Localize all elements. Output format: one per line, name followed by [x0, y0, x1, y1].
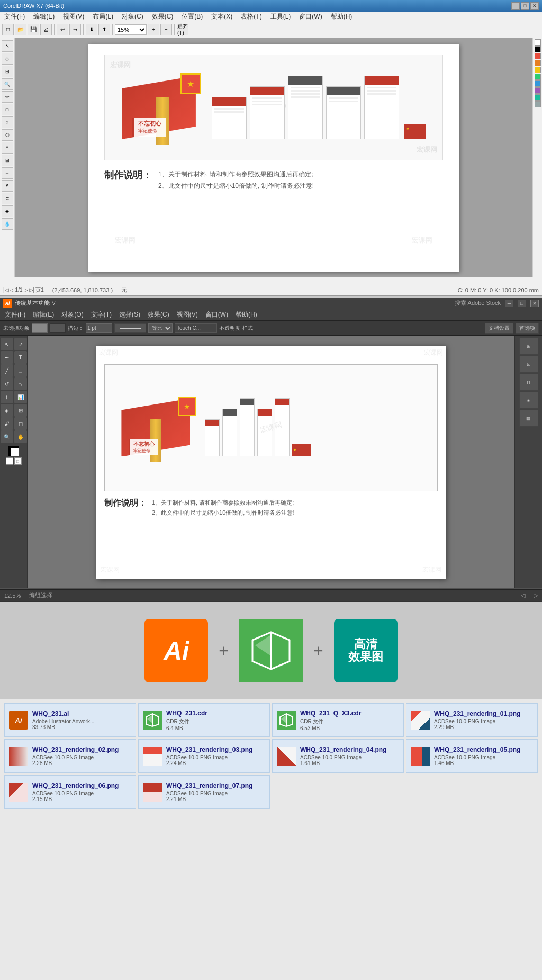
- color-red[interactable]: [535, 53, 541, 59]
- preferences-btn[interactable]: 首选项: [516, 323, 539, 334]
- undo-button[interactable]: ↩: [57, 24, 68, 35]
- menu-tools[interactable]: 工具(L): [268, 12, 293, 21]
- ai-paint-tool[interactable]: 🖌: [1, 417, 13, 430]
- next-page-btn[interactable]: ▷: [24, 287, 28, 293]
- doc-settings-btn[interactable]: 文档设置: [485, 323, 513, 334]
- ai-hand-tool[interactable]: ✋: [14, 430, 27, 443]
- ai-menu-edit[interactable]: 编辑(E): [31, 310, 56, 319]
- menu-edit[interactable]: 编辑(E): [31, 12, 57, 21]
- color-white[interactable]: [535, 39, 541, 46]
- file-item[interactable]: WHQ_231_rendering_02.png ACDSee 10.0 PNG…: [4, 739, 136, 773]
- shape-tool[interactable]: ◇: [2, 53, 13, 65]
- ai-scroll-right[interactable]: ▷: [534, 592, 538, 599]
- open-button[interactable]: 📂: [15, 24, 26, 35]
- menu-text[interactable]: 文本(X): [209, 12, 234, 21]
- cdr-large-icon[interactable]: [239, 619, 303, 682]
- snap-button[interactable]: 贴齐(T): [177, 24, 188, 35]
- zoom-tool[interactable]: 🔍: [2, 78, 13, 90]
- menu-window[interactable]: 窗口(W): [297, 12, 324, 21]
- first-page-btn[interactable]: |◁: [3, 287, 9, 293]
- menu-table[interactable]: 表格(T): [239, 12, 264, 21]
- zoom-in-button[interactable]: +: [148, 24, 159, 35]
- zoom-select[interactable]: 15%: [115, 24, 147, 35]
- menu-layout[interactable]: 布局(L): [91, 12, 115, 21]
- maximize-button[interactable]: □: [521, 2, 529, 10]
- touch-selector[interactable]: Touch C...: [175, 323, 217, 333]
- ai-panel-color[interactable]: ◈: [519, 392, 538, 409]
- ai-color-mode[interactable]: □: [14, 457, 22, 465]
- ai-rotate-tool[interactable]: ↺: [1, 377, 13, 390]
- freehand-tool[interactable]: ✏: [2, 91, 13, 103]
- ai-panel-swatches[interactable]: ▦: [519, 410, 538, 427]
- ai-pen-tool[interactable]: ✒: [1, 351, 13, 364]
- ai-warp-tool[interactable]: ⌇: [1, 391, 13, 403]
- redo-button[interactable]: ↪: [69, 24, 81, 35]
- connector-tool[interactable]: ⊻: [2, 180, 13, 192]
- ai-menu-object[interactable]: 对象(O): [60, 310, 85, 319]
- ai-panel-align[interactable]: ⊡: [519, 356, 538, 373]
- color-black[interactable]: [535, 46, 541, 52]
- eye-dropper-tool[interactable]: 💧: [2, 218, 13, 230]
- ai-rect-tool[interactable]: □: [14, 364, 27, 377]
- file-item[interactable]: Ai WHQ_231.ai Adobe Illustrator Artwork.…: [4, 703, 136, 737]
- ai-mesh-tool[interactable]: ⊞: [14, 404, 27, 417]
- crop-tool[interactable]: ⊞: [2, 66, 13, 77]
- hd-large-icon[interactable]: 高清 效果图: [334, 619, 398, 682]
- select-tool[interactable]: ↖: [2, 40, 13, 52]
- ai-select-tool[interactable]: ↖: [1, 338, 13, 350]
- ai-minimize-btn[interactable]: ─: [505, 300, 513, 307]
- zoom-out-button[interactable]: −: [160, 24, 172, 35]
- ai-menu-effects[interactable]: 效果(C): [146, 310, 171, 319]
- ai-zoom-tool[interactable]: 🔍: [1, 430, 13, 443]
- table-tool[interactable]: ⊞: [2, 155, 13, 166]
- fill-box[interactable]: [32, 323, 48, 333]
- menu-position[interactable]: 位置(B): [179, 12, 205, 21]
- ai-line-tool[interactable]: ╱: [1, 364, 13, 377]
- new-button[interactable]: □: [2, 24, 14, 35]
- minimize-button[interactable]: ─: [511, 2, 520, 10]
- file-item[interactable]: WHQ_231_rendering_01.png ACDSee 10.0 PNG…: [406, 703, 538, 737]
- ai-type-tool[interactable]: T: [14, 351, 27, 364]
- ai-close-btn[interactable]: ✕: [530, 300, 539, 307]
- ai-menu-window[interactable]: 窗口(W): [204, 310, 230, 319]
- import-button[interactable]: ⬇: [86, 24, 97, 35]
- stroke-box[interactable]: [50, 323, 66, 333]
- ai-menu-select[interactable]: 选择(S): [118, 310, 142, 319]
- adobe-stock-search[interactable]: 搜索 Adobe Stock: [455, 299, 501, 307]
- stroke-style-box[interactable]: [114, 323, 146, 333]
- menu-file[interactable]: 文件(F): [2, 12, 27, 21]
- ai-menu-file[interactable]: 文件(F): [3, 310, 27, 319]
- blend-tool[interactable]: ⊂: [2, 193, 13, 204]
- last-page-btn[interactable]: ▷|: [29, 287, 35, 293]
- color-blue[interactable]: [535, 80, 541, 87]
- file-item[interactable]: WHQ_231_rendering_06.png ACDSee 10.0 PNG…: [4, 775, 136, 809]
- ai-scale-tool[interactable]: ⤡: [14, 377, 27, 390]
- ai-large-icon[interactable]: Ai: [144, 619, 208, 682]
- color-orange[interactable]: [535, 60, 541, 66]
- save-button[interactable]: 💾: [28, 24, 39, 35]
- file-item[interactable]: WHQ_231_rendering_07.png ACDSee 10.0 PNG…: [138, 775, 270, 809]
- file-item[interactable]: WHQ_231_rendering_05.png ACDSee 10.0 PNG…: [406, 739, 538, 773]
- color-teal[interactable]: [535, 94, 541, 101]
- ai-menu-help[interactable]: 帮助(H): [234, 310, 259, 319]
- ai-scroll-left[interactable]: ◁: [521, 592, 525, 599]
- ai-gradient-tool[interactable]: ◈: [1, 404, 13, 417]
- ai-fill-box[interactable]: [8, 446, 19, 456]
- color-green[interactable]: [535, 74, 541, 80]
- color-gray[interactable]: [535, 101, 541, 107]
- close-button[interactable]: ✕: [530, 2, 539, 10]
- ai-graph-tool[interactable]: 📊: [14, 391, 27, 403]
- menu-help[interactable]: 帮助(H): [329, 12, 355, 21]
- file-item[interactable]: WHQ_231_rendering_04.png ACDSee 10.0 PNG…: [272, 739, 404, 773]
- print-button[interactable]: 🖨: [40, 24, 52, 35]
- ai-direct-select-tool[interactable]: ↗: [14, 338, 27, 350]
- ai-menu-view[interactable]: 视图(V): [175, 310, 200, 319]
- export-button[interactable]: ⬆: [98, 24, 110, 35]
- blend-select[interactable]: 等比: [148, 323, 173, 333]
- ellipse-tool[interactable]: ○: [2, 116, 13, 128]
- menu-effects[interactable]: 效果(C): [150, 12, 176, 21]
- dimension-tool[interactable]: ↔: [2, 167, 13, 179]
- fill-tool[interactable]: ◈: [2, 205, 13, 217]
- text-tool[interactable]: A: [2, 142, 13, 154]
- stroke-input[interactable]: [86, 323, 112, 333]
